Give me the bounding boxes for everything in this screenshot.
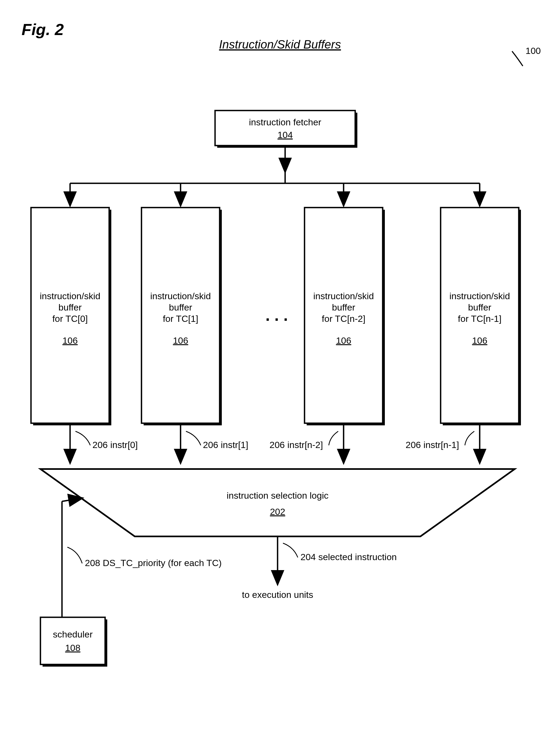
svg-text:instruction/skid: instruction/skid xyxy=(449,291,510,301)
svg-text:206  instr[n-1]: 206 instr[n-1] xyxy=(406,440,459,450)
scheduler-label: scheduler xyxy=(53,629,92,639)
ref-marker-100: 100 xyxy=(512,46,541,66)
svg-text:for TC[n-2]: for TC[n-2] xyxy=(322,314,365,324)
svg-text:106: 106 xyxy=(173,335,188,346)
instruction-selection-logic: instruction selection logic 202 xyxy=(41,469,515,536)
svg-text:106: 106 xyxy=(472,335,488,346)
buffer-1-group: instruction/skid buffer for TC[1] 106 20… xyxy=(141,183,248,462)
ellipsis: . . . xyxy=(266,306,288,324)
diagram-canvas: Fig. 2 Instruction/Skid Buffers 100 inst… xyxy=(11,11,549,730)
svg-text:for TC[n-1]: for TC[n-1] xyxy=(458,314,501,324)
scheduler-box: scheduler 108 xyxy=(41,617,107,667)
fetcher-label: instruction fetcher xyxy=(249,117,321,127)
svg-text:for TC[1]: for TC[1] xyxy=(163,314,198,324)
svg-text:106: 106 xyxy=(336,335,351,346)
svg-text:for TC[0]: for TC[0] xyxy=(52,314,88,324)
selection-ref: 202 xyxy=(270,507,285,517)
svg-rect-42 xyxy=(41,617,105,664)
buffer-0-group: instruction/skid buffer for TC[0] 106 20… xyxy=(31,183,138,462)
svg-text:206  instr[0]: 206 instr[0] xyxy=(92,440,138,450)
svg-text:buffer: buffer xyxy=(59,302,82,313)
svg-text:buffer: buffer xyxy=(332,302,355,313)
ref-100-label: 100 xyxy=(526,46,541,56)
svg-text:206  instr[1]: 206 instr[1] xyxy=(203,440,248,450)
svg-marker-39 xyxy=(41,469,515,536)
svg-line-44 xyxy=(62,498,82,501)
svg-text:instruction/skid: instruction/skid xyxy=(40,291,100,301)
to-execution-units: to execution units xyxy=(242,590,313,600)
selection-label: instruction selection logic xyxy=(227,490,329,500)
buffer-3-group: instruction/skid buffer for TC[n-1] 106 … xyxy=(406,183,521,462)
instruction-fetcher-box: instruction fetcher 104 xyxy=(215,111,357,148)
svg-text:206  instr[n-2]: 206 instr[n-2] xyxy=(270,440,323,450)
svg-text:106: 106 xyxy=(63,335,78,346)
priority-label: 208 DS_TC_priority (for each TC) xyxy=(85,558,222,568)
svg-text:buffer: buffer xyxy=(468,302,491,313)
figure-label: Fig. 2 xyxy=(21,20,64,39)
diagram-title: Instruction/Skid Buffers xyxy=(219,38,341,51)
svg-rect-2 xyxy=(215,111,355,146)
scheduler-ref: 108 xyxy=(65,643,81,653)
output-arrow-group: 204 selected instruction to execution un… xyxy=(242,536,397,600)
svg-text:instruction/skid: instruction/skid xyxy=(313,291,374,301)
svg-text:instruction/skid: instruction/skid xyxy=(150,291,211,301)
svg-text:buffer: buffer xyxy=(169,302,192,313)
fetcher-ref: 104 xyxy=(278,130,293,140)
selected-instruction-label: 204 selected instruction xyxy=(300,552,397,562)
